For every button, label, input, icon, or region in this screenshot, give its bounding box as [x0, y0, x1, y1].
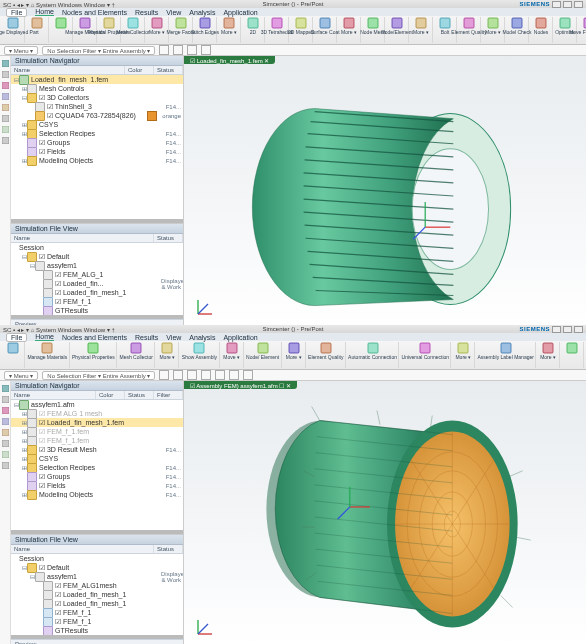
- ribbon-button[interactable]: Manage Materials: [26, 342, 70, 368]
- tree-row[interactable]: ☑ CQUAD4 763-72854(826)orange: [11, 111, 183, 120]
- menu-home[interactable]: Home: [35, 333, 54, 341]
- menu-analysis[interactable]: Analysis: [189, 334, 215, 341]
- minimize-button[interactable]: [552, 326, 561, 333]
- ribbon-button[interactable]: [2, 342, 25, 368]
- col-color[interactable]: Color: [125, 66, 154, 74]
- viewport[interactable]: ☑ Loaded_fin_mesh_1.fem ✕: [184, 56, 586, 328]
- ribbon-button[interactable]: Change Displayed Part: [2, 17, 25, 43]
- ribbon-button[interactable]: Mesh Collector: [122, 17, 145, 43]
- col-status[interactable]: Status: [154, 234, 183, 242]
- col-status[interactable]: Status: [154, 66, 183, 74]
- tool-sq[interactable]: [187, 45, 197, 55]
- tree-row[interactable]: Session: [11, 243, 183, 252]
- quick-access-toolbar[interactable]: SC ▪ ◂ ▸ ▾ ⌂ System Windows Window ▾ †: [3, 1, 115, 8]
- tree-row[interactable]: ☑ FieldsF14...: [11, 147, 183, 156]
- tree-row[interactable]: ☑ Loaded_fin_mesh_1: [11, 288, 183, 297]
- tree-row[interactable]: ⊟☑ Default: [11, 563, 183, 572]
- nav-icon[interactable]: [2, 137, 9, 144]
- ribbon-button[interactable]: Show Assembly: [180, 342, 219, 368]
- tree-row[interactable]: ☑ FEM_f_1: [11, 617, 183, 626]
- orientation-triad[interactable]: [194, 616, 216, 638]
- tree-row[interactable]: Session: [11, 554, 183, 563]
- tree-row[interactable]: ☑ FEM_ALG_1: [11, 270, 183, 279]
- tree-row[interactable]: ⊞☑ FEM_f_1.fem: [11, 436, 183, 445]
- viewport[interactable]: ☑ Assembly FEM) assyfem1.afm ☐ ✕: [184, 381, 586, 644]
- view-tab[interactable]: ☑ Assembly FEM) assyfem1.afm ☐ ✕: [184, 381, 297, 389]
- menu-nodes-elements[interactable]: Nodes and Elements: [62, 334, 127, 341]
- col-status[interactable]: Status: [154, 545, 183, 553]
- ribbon-button[interactable]: Assembly Label Manager: [476, 342, 536, 368]
- tree-row[interactable]: ☑ GroupsF14...: [11, 472, 183, 481]
- col-color[interactable]: Color: [96, 391, 125, 399]
- nav-icon[interactable]: [2, 71, 9, 78]
- tree-row[interactable]: ⊞Modeling ObjectsF14...: [11, 490, 183, 499]
- tree-row[interactable]: GTResults: [11, 626, 183, 635]
- nav-icon[interactable]: [2, 418, 9, 425]
- menu-dropdown[interactable]: ▾ Menu ▾: [4, 46, 38, 55]
- tree-row[interactable]: ☑ ThinShell_3F14...: [11, 102, 183, 111]
- tree-row[interactable]: ⊞CSYS: [11, 454, 183, 463]
- nav-icon[interactable]: [2, 385, 9, 392]
- ribbon-button[interactable]: More ▾: [283, 342, 306, 368]
- tree-row[interactable]: ⊟assyfem1Displayed & Work: [11, 572, 183, 581]
- tool-sq[interactable]: [173, 45, 183, 55]
- ribbon-button[interactable]: Stitch Edges: [194, 17, 217, 43]
- ribbon-button[interactable]: More ▾: [156, 342, 179, 368]
- nav-icon[interactable]: [2, 126, 9, 133]
- tree-row[interactable]: ⊟☑ 3D Collectors: [11, 93, 183, 102]
- nav-icon[interactable]: [2, 82, 9, 89]
- tree-row[interactable]: ⊞Modeling ObjectsF14...: [11, 156, 183, 165]
- menu-application[interactable]: Application: [223, 334, 257, 341]
- tool-sq[interactable]: [243, 370, 253, 380]
- maximize-button[interactable]: [563, 1, 572, 8]
- selection-filter[interactable]: No Selection Filter ▾ Entire Assembly ▾: [42, 46, 155, 55]
- tool-sq[interactable]: [159, 370, 169, 380]
- ribbon-button[interactable]: Surface Coat: [314, 17, 337, 43]
- menu-nodes-elements[interactable]: Nodes and Elements: [62, 9, 127, 16]
- ribbon-button[interactable]: Model Check: [506, 17, 529, 43]
- tool-sq[interactable]: [229, 370, 239, 380]
- nav-icon[interactable]: [2, 115, 9, 122]
- tree-row[interactable]: ⊞CSYS: [11, 120, 183, 129]
- ribbon-button[interactable]: Automatic Connection: [347, 342, 399, 368]
- tool-sq[interactable]: [187, 370, 197, 380]
- tree-row[interactable]: ☑ FieldsF14...: [11, 481, 183, 490]
- close-button[interactable]: [574, 1, 583, 8]
- tree-row[interactable]: ☑ Loaded_fin_mesh_1: [11, 590, 183, 599]
- ribbon-button[interactable]: More ▾: [338, 17, 361, 43]
- tree-row[interactable]: ⊟assyfem1.afm: [11, 400, 183, 409]
- tool-sq[interactable]: [173, 370, 183, 380]
- menu-application[interactable]: Application: [223, 9, 257, 16]
- selection-filter[interactable]: No Selection Filter ▾ Entire Assembly ▾: [42, 371, 155, 380]
- tree-row[interactable]: ☑ FEM_f_1: [11, 608, 183, 617]
- ribbon-button[interactable]: Nodes: [530, 17, 553, 43]
- ribbon-button[interactable]: Element Quality: [458, 17, 481, 43]
- ribbon-button[interactable]: More ▾: [452, 342, 475, 368]
- col-filter[interactable]: Filter: [154, 391, 183, 399]
- menu-file[interactable]: File: [6, 333, 27, 342]
- ribbon-button[interactable]: [561, 342, 584, 368]
- nav-icon[interactable]: [2, 93, 9, 100]
- nav-icon[interactable]: [2, 407, 9, 414]
- ribbon-button[interactable]: Move Free Nodes: [578, 17, 586, 43]
- menu-results[interactable]: Results: [135, 334, 158, 341]
- ribbon-button[interactable]: Element Quality: [307, 342, 346, 368]
- tree-row[interactable]: ⊟assyfem1: [11, 261, 183, 270]
- nav-icon[interactable]: [2, 60, 9, 67]
- nav-icon[interactable]: [2, 396, 9, 403]
- tool-sq[interactable]: [159, 45, 169, 55]
- menu-view[interactable]: View: [166, 334, 181, 341]
- preview-bar[interactable]: Preview: [11, 639, 183, 644]
- tree-row[interactable]: ☑ FEM_f_1: [11, 297, 183, 306]
- ribbon-button[interactable]: [26, 17, 49, 43]
- tool-sq[interactable]: [201, 45, 211, 55]
- tree-row[interactable]: ⊞Mesh Controls: [11, 84, 183, 93]
- ribbon-button[interactable]: 3D Tetrahedral: [266, 17, 289, 43]
- tree-row[interactable]: ⊞☑ FEM_f_1.fem: [11, 427, 183, 436]
- tool-sq[interactable]: [201, 370, 211, 380]
- tree-row[interactable]: ⊞☑ 3D Result MeshF14...: [11, 445, 183, 454]
- col-name[interactable]: Name: [11, 66, 125, 74]
- nav-icon[interactable]: [2, 451, 9, 458]
- nav-icon[interactable]: [2, 429, 9, 436]
- ribbon-button[interactable]: More ▾: [537, 342, 560, 368]
